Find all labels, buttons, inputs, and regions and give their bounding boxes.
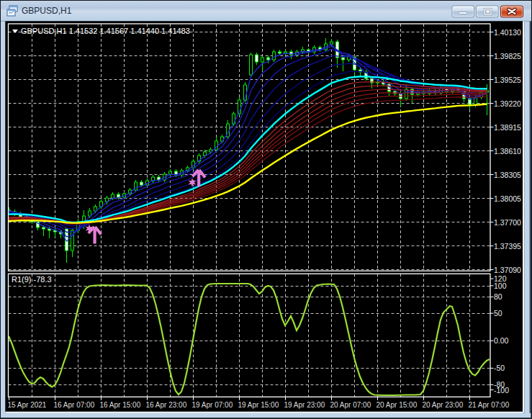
svg-text:20 Apr 23:00: 20 Apr 23:00 [423,401,464,409]
svg-text:1.37395: 1.37395 [494,242,521,251]
svg-text:1.38915: 1.38915 [494,123,521,132]
svg-text:16 Apr 15:00: 16 Apr 15:00 [100,401,141,409]
svg-text:1.40130: 1.40130 [494,28,521,37]
svg-text:1.38610: 1.38610 [494,147,521,156]
svg-text:80: 80 [494,292,502,301]
svg-text:100: 100 [494,281,507,290]
svg-text:1.39525: 1.39525 [494,76,521,84]
svg-text:16 Apr 23:00: 16 Apr 23:00 [146,401,187,409]
svg-text:15 Apr 2021: 15 Apr 2021 [8,401,47,409]
svg-text:19 Apr 07:00: 19 Apr 07:00 [192,401,233,409]
svg-text:19 Apr 15:00: 19 Apr 15:00 [238,401,279,409]
svg-text:-50: -50 [494,364,505,372]
svg-text:0.00: 0.00 [494,336,509,345]
svg-text:1.37700: 1.37700 [494,218,521,227]
svg-text:50: 50 [494,309,502,317]
svg-text:21 Apr 07:00: 21 Apr 07:00 [469,401,510,409]
svg-text:1.37090: 1.37090 [494,266,521,274]
svg-text:1.39220: 1.39220 [494,99,521,108]
svg-text:1.39825: 1.39825 [494,52,521,60]
svg-text:1.38305: 1.38305 [494,171,521,179]
svg-text:GBPUSD,H1: GBPUSD,H1 [22,6,72,16]
svg-text:1.38005: 1.38005 [494,194,521,203]
svg-text:20 Apr 15:00: 20 Apr 15:00 [377,401,418,409]
svg-text:R1(9) -78.3: R1(9) -78.3 [12,275,52,284]
svg-text:20 Apr 07:00: 20 Apr 07:00 [330,401,371,409]
svg-text:19 Apr 23:00: 19 Apr 23:00 [284,401,325,409]
svg-text:16 Apr 07:00: 16 Apr 07:00 [54,401,95,409]
svg-text:-100: -100 [494,386,509,395]
svg-text:GBPUSD,H1 1.41532 1.41567 1.4: GBPUSD,H1 1.41532 1.41567 1.41440 1.4148… [21,27,190,35]
